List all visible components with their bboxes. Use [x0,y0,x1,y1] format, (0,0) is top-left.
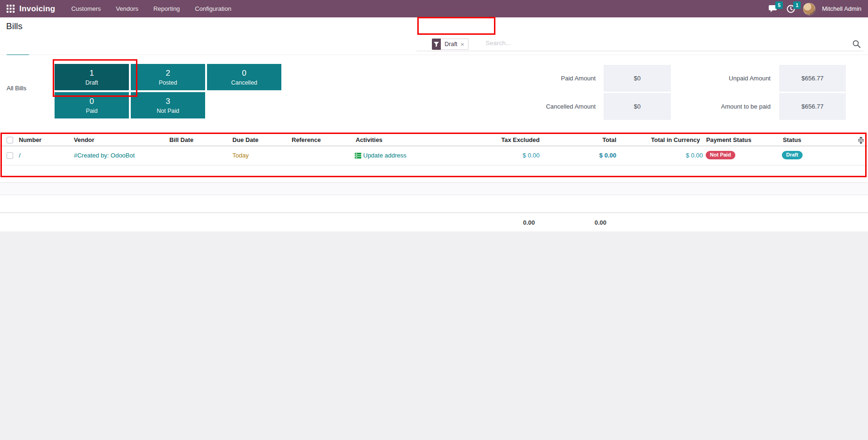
row-checkbox[interactable] [7,152,13,159]
facet-funnel-icon [432,39,441,50]
optional-columns-sliders-icon[interactable] [857,137,865,146]
nav-configuration[interactable]: Configuration [195,5,231,12]
col-reference[interactable]: Reference [292,136,321,143]
nav-vendors[interactable]: Vendors [116,5,138,12]
col-total-in-currency[interactable]: Total in Currency [651,136,700,143]
col-payment-status[interactable]: Payment Status [706,136,751,143]
unpaid-amount-label: Unpaid Amount [695,75,771,82]
nav-reporting[interactable]: Reporting [153,5,180,12]
activities-count-badge: 1 [793,1,801,9]
status-badge: Draft [782,151,803,159]
search-facet-draft[interactable]: Draft × [432,39,469,50]
top-navigation: Customers Vendors Reporting Configuratio… [71,5,231,12]
nav-customers[interactable]: Customers [71,5,101,12]
total-sum: 0.00 [595,219,606,226]
amount-to-be-paid-value: $656.77 [779,93,846,120]
col-status[interactable]: Status [783,136,801,143]
col-bill-date[interactable]: Bill Date [169,136,193,143]
col-activities[interactable]: Activities [356,136,382,143]
cancelled-amount-value: $0 [604,93,671,120]
scope-label: All Bills [7,85,26,92]
list-footer: 0.00 0.00 [0,212,868,232]
app-name[interactable]: Invoicing [19,4,55,14]
cell-tax-excluded: $ 0.00 [523,152,540,159]
amount-to-be-paid-label: Amount to be paid [695,103,771,110]
status-card-posted[interactable]: 2 Posted [131,64,205,90]
messages-button[interactable]: 5 [767,3,779,15]
unpaid-amount-value: $656.77 [779,65,846,92]
magnifier-icon[interactable] [852,40,860,50]
page-title: Bills [6,21,23,31]
odoo-invoicing-screen: Invoicing Customers Vendors Reporting Co… [0,0,868,440]
list-header: Number Vendor Bill Date Due Date Referen… [0,134,868,146]
status-card-cancelled[interactable]: 0 Cancelled [207,64,281,90]
cell-total-in-currency: $ 0.00 [686,152,703,159]
cell-due-date: Today [232,152,249,159]
user-name[interactable]: Mitchell Admin [822,5,861,12]
status-card-draft[interactable]: 1 Draft [55,64,129,90]
status-card-not-paid[interactable]: 3 Not Paid [131,92,205,118]
activities-button[interactable]: 1 [785,3,796,15]
page-background [0,233,868,440]
col-number[interactable]: Number [19,136,41,143]
cell-number[interactable]: / [19,152,21,159]
apps-grid-icon[interactable] [7,5,15,13]
cell-total: $ 0.00 [599,152,616,159]
paid-amount-label: Paid Amount [520,75,596,82]
col-total[interactable]: Total [602,136,616,143]
empty-band [0,182,868,195]
tax-excluded-sum: 0.00 [523,219,535,226]
status-card-paid[interactable]: 0 Paid [55,92,129,118]
col-tax-excluded[interactable]: Tax Excluded [501,136,540,143]
facet-remove-icon[interactable]: × [461,41,464,48]
messages-count-badge: 5 [775,1,783,9]
select-all-checkbox[interactable] [7,137,13,143]
cell-vendor[interactable]: #Created by: OdooBot [74,152,135,159]
main-content: All Bills 1 Draft 2 Posted 0 Cancelled 0… [0,55,868,440]
payment-status-badge: Not Paid [706,151,735,159]
col-vendor[interactable]: Vendor [74,136,94,143]
bill-row[interactable]: / #Created by: OdooBot Today Update addr… [0,146,868,165]
facet-label: Draft [445,41,457,47]
activity-link[interactable]: Update address [363,152,406,159]
search-underline [416,51,863,51]
user-avatar[interactable] [803,3,815,15]
search-input[interactable] [486,39,570,47]
paid-amount-value: $0 [604,65,671,92]
col-due-date[interactable]: Due Date [232,136,258,143]
cell-activities[interactable]: Update address [355,152,406,159]
activity-list-icon [355,152,361,159]
topbar: Invoicing Customers Vendors Reporting Co… [0,0,868,17]
cancelled-amount-label: Cancelled Amount [520,103,596,110]
control-panel: Bills Draft × NEW [0,17,868,55]
